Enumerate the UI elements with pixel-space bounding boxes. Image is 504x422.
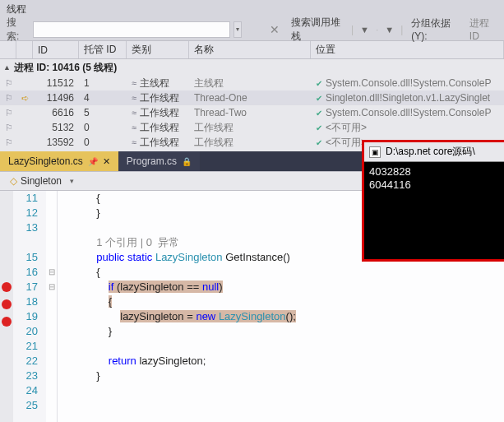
nav-namespace[interactable]: ◇ Singleton [5,175,67,187]
console-title-text: D:\asp.net core源码\ [386,145,475,159]
grid-group-row[interactable]: ▲ 进程 ID: 10416 (5 线程) [0,59,504,76]
location-icon: ✔ [316,79,322,88]
grid-header: ID 托管 ID 类别 名称 位置 [0,41,504,59]
separator: | [399,24,405,35]
toolbar: 搜索: ▾ ✕ 搜索调用堆栈 | ▼ · ▼ | 分组依据(Y): 进程 ID [0,18,504,41]
thread-icon: ≈ [132,78,136,88]
breakpoint-icon[interactable] [2,317,12,327]
thread-icon: ≈ [132,93,136,103]
group-label: 进程 ID: 10416 (5 线程) [14,61,117,75]
console-icon: ▣ [369,146,381,158]
col-managed-id[interactable]: 托管 ID [79,41,127,58]
location-icon: ✔ [316,109,322,118]
table-row[interactable]: ⚐66165≈工作线程Thread-Two✔System.Console.dll… [0,105,504,120]
lock-icon: 🔒 [182,157,192,166]
location-icon: ✔ [316,94,322,103]
separator: | [349,24,355,35]
col-location[interactable]: 位置 [311,41,504,58]
thread-icon: ≈ [132,137,136,147]
namespace-icon: ◇ [10,175,17,187]
search-label: 搜索: [3,16,30,44]
col-name[interactable]: 名称 [189,41,311,58]
search-callstack-link[interactable]: 搜索调用堆栈 [288,16,346,44]
flag-icon[interactable]: ⚐ [5,93,13,104]
console-output: 40328286044116 [364,162,504,259]
col-category[interactable]: 类别 [127,41,189,58]
table-row[interactable]: ⚐➪114964≈工作线程Thread-One✔Singleton.dll!Si… [0,90,504,105]
location-icon: ✔ [316,138,322,147]
fold-gutter[interactable]: ⊟⊟ [46,191,58,422]
console-window[interactable]: ▣ D:\asp.net core源码\ 40328286044116 [362,140,504,262]
col-id[interactable]: ID [33,41,79,58]
flag-icon[interactable]: ⚐ [5,123,13,133]
clear-icon[interactable]: ✕ [265,23,284,36]
console-line: 6044116 [369,179,504,192]
group-by-value[interactable]: 进程 ID [466,16,501,42]
filter-icon-2[interactable]: ▼ [383,25,395,35]
tab-program[interactable]: Program.cs 🔒 [118,151,200,171]
breakpoint-icon[interactable] [2,282,12,292]
console-title-bar[interactable]: ▣ D:\asp.net core源码\ [364,142,504,162]
group-by-label[interactable]: 分组依据(Y): [408,16,462,42]
filter-icon[interactable]: ▼ [358,25,371,35]
close-icon[interactable]: ✕ [103,156,110,167]
nav-namespace-label: Singleton [21,175,62,187]
tab-lazysingleton[interactable]: LazySingleton.cs 📌 ✕ [0,151,118,171]
search-input[interactable] [33,21,230,38]
collapse-icon[interactable]: ▲ [3,63,14,72]
location-icon: ✔ [316,123,322,132]
thread-grid: ID 托管 ID 类别 名称 位置 ▲ 进程 ID: 10416 (5 线程) … [0,41,504,150]
flag-icon[interactable]: ⚐ [5,137,13,148]
breakpoint-icon[interactable] [2,299,12,309]
thread-icon: ≈ [132,123,136,132]
tab-label: LazySingleton.cs [8,155,83,167]
table-row[interactable]: ⚐115121≈主线程主线程✔System.Console.dll!System… [0,76,504,90]
current-thread-icon: ➪ [21,93,29,104]
search-dropdown[interactable]: ▾ [234,21,243,38]
tab-label: Program.cs [127,155,177,167]
breakpoint-gutter[interactable] [0,191,13,422]
flag-icon[interactable]: ⚐ [5,108,13,118]
thread-icon: ≈ [132,108,136,118]
pin-icon[interactable]: 📌 [88,157,98,166]
console-line: 4032828 [369,165,504,179]
table-row[interactable]: ⚐51320≈工作线程工作线程✔<不可用> [0,120,504,135]
window-title: 线程 [0,0,504,18]
flag-icon[interactable]: ⚐ [5,78,13,89]
line-number-gutter: 1112131516171819202122232425 [13,191,46,422]
chevron-down-icon[interactable]: ▾ [70,177,74,185]
